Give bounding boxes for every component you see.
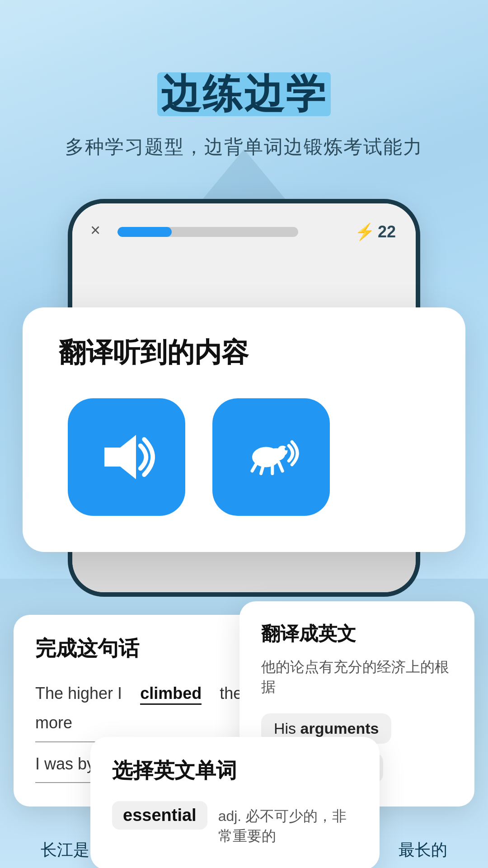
slow-speaker-button[interactable] [212, 398, 330, 516]
bottom-label-3: 最长的 [399, 839, 447, 861]
select-word-card: 选择英文单词 essential adj. 必不可少的，非常重要的 [90, 737, 380, 868]
main-title-text: 边练边学 [157, 71, 331, 116]
slow-speaker-icon [239, 425, 303, 489]
score-value: 22 [378, 222, 396, 241]
bottom-label-0: 长江是 [41, 839, 89, 861]
sentence-card-title: 完成这句话 [35, 635, 245, 663]
audio-card-title: 翻译听到的内容 [59, 335, 429, 371]
audio-buttons-row [59, 398, 429, 516]
select-word-row: essential adj. 必不可少的，非常重要的 [112, 801, 358, 846]
translate-source-text: 他的论点有充分的经济上的根据 [261, 657, 453, 697]
svg-line-5 [252, 462, 257, 471]
select-card-title: 选择英文单词 [112, 757, 358, 785]
lightning-icon: ⚡ [355, 222, 375, 241]
select-word[interactable]: essential [112, 801, 207, 830]
speaker-button[interactable] [68, 398, 185, 516]
close-button[interactable]: × [90, 221, 100, 240]
main-title: 边练边学 [0, 72, 488, 116]
svg-point-4 [277, 446, 287, 456]
speaker-icon [95, 425, 158, 489]
svg-point-9 [285, 447, 288, 450]
sentence-keyword: climbed [140, 684, 202, 705]
audio-translation-card: 翻译听到的内容 [23, 307, 465, 552]
translate-card-title: 翻译成英文 [261, 621, 453, 646]
progress-fill [117, 227, 172, 237]
subtitle-text: 多种学习题型，边背单词边锻炼考试能力 [0, 134, 488, 160]
progress-bar [117, 227, 298, 237]
sentence-start: The higher I climbed the more [35, 684, 242, 732]
sentence-first-line: The higher I climbed the more [35, 679, 245, 742]
svg-line-8 [279, 462, 282, 471]
svg-marker-1 [104, 435, 136, 479]
select-definition: adj. 必不可少的，非常重要的 [218, 807, 358, 846]
score-display: ⚡ 22 [355, 222, 396, 241]
title-section: 边练边学 多种学习题型，边背单词边锻炼考试能力 [0, 0, 488, 160]
